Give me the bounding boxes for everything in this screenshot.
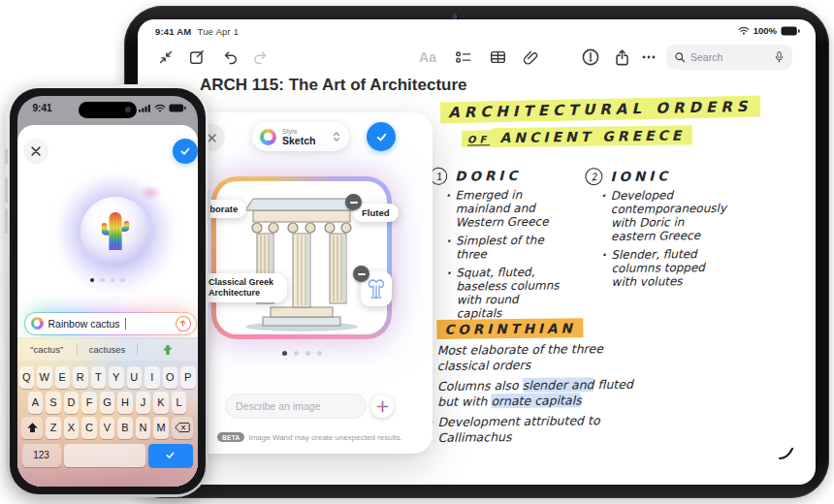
key-d[interactable]: D <box>64 392 80 414</box>
hw-section-heading: 2IONIC <box>585 166 816 186</box>
image-page-dots[interactable] <box>211 351 392 356</box>
hw-line: with volutes <box>611 273 816 289</box>
chevron-up-down-icon <box>332 130 341 143</box>
prompt-text: Rainbow cactus <box>48 318 120 330</box>
share-icon[interactable] <box>609 45 634 70</box>
apple-intelligence-icon <box>31 317 44 330</box>
describe-placeholder: Describe an image <box>236 400 321 412</box>
stage: 9:41 AMTue Apr 1 100% Aa <box>0 0 834 504</box>
key-x[interactable]: X <box>64 417 80 439</box>
genmoji-page-dots[interactable] <box>17 278 198 283</box>
key-b[interactable]: B <box>117 417 133 439</box>
hw-bullet: Emerged inmainland andWestern Greece <box>445 187 590 230</box>
describe-input[interactable]: Describe an image <box>225 394 367 419</box>
table-icon[interactable] <box>485 45 510 70</box>
checklist-icon[interactable] <box>450 45 475 70</box>
rainbow-cactus-image <box>97 209 134 254</box>
volume-up-button <box>5 177 8 203</box>
key-y[interactable]: Y <box>109 366 124 389</box>
done-check-button[interactable] <box>367 122 396 151</box>
done-check-button[interactable] <box>173 139 198 164</box>
attachment-icon[interactable] <box>518 45 543 70</box>
undo-icon[interactable] <box>217 45 242 70</box>
capital-sketch-icon <box>366 276 387 301</box>
suggestion-bar: “cactus” cactuses <box>17 339 198 361</box>
key-f[interactable]: F <box>81 392 97 414</box>
key-w[interactable]: W <box>37 366 52 389</box>
key-o[interactable]: O <box>163 366 178 389</box>
space-key[interactable] <box>64 444 145 467</box>
suggestion-cactuses[interactable]: cactuses <box>78 344 137 355</box>
genmoji-sheet: Rainbow cactus “cactus” cactuses <box>17 125 198 487</box>
describe-row: Describe an image <box>190 390 433 423</box>
keyboard-row-3: ZXCVBNM <box>22 417 193 439</box>
hw-line: with round <box>457 292 592 306</box>
hw-title-line2: OFANCIENT GREECE <box>462 127 693 145</box>
key-n[interactable]: N <box>136 417 151 439</box>
hw-title-line1: ARCHITECTURAL ORDERS <box>440 98 760 122</box>
submit-prompt-button[interactable] <box>176 316 191 331</box>
iphone-statusbar: 9:41 <box>17 96 198 123</box>
shift-key[interactable] <box>21 417 43 439</box>
hw-section-ionic: 2IONICDevelopedcontemporaneouslywith Dor… <box>585 166 816 295</box>
key-e[interactable]: E <box>55 366 71 389</box>
numbers-key[interactable]: 123 <box>22 444 61 467</box>
suggestion-quoted[interactable]: “cactus” <box>17 344 77 355</box>
style-selector[interactable]: Style Sketch <box>252 122 349 151</box>
ipad-status-icons: 100% <box>738 25 800 36</box>
chip-classical-greek[interactable]: Classical Greek Architecture <box>200 273 287 302</box>
key-m[interactable]: M <box>153 417 169 439</box>
iphone-time: 9:41 <box>33 103 52 113</box>
key-g[interactable]: G <box>100 392 115 414</box>
key-i[interactable]: I <box>144 366 160 389</box>
prompt-input[interactable]: Rainbow cactus <box>24 312 197 335</box>
more-icon[interactable] <box>636 45 661 70</box>
search-field[interactable]: Search <box>666 45 792 70</box>
key-p[interactable]: P <box>180 366 196 389</box>
key-k[interactable]: K <box>153 392 169 414</box>
key-z[interactable]: Z <box>46 417 61 439</box>
beta-disclaimer: BETA Image Wand may create unexpected re… <box>217 432 402 442</box>
key-a[interactable]: A <box>28 392 44 414</box>
key-u[interactable]: U <box>127 366 143 389</box>
keyboard-row-4: 123 <box>22 444 193 467</box>
image-playground-icon <box>260 129 276 145</box>
key-s[interactable]: S <box>46 392 61 414</box>
wifi-icon <box>738 26 750 35</box>
key-v[interactable]: V <box>100 417 115 439</box>
suggestion-cactus-emoji[interactable] <box>138 343 197 355</box>
key-r[interactable]: R <box>73 366 88 389</box>
collapse-icon[interactable] <box>153 45 178 70</box>
ipad-sensor <box>481 16 484 18</box>
key-h[interactable]: H <box>117 392 133 414</box>
key-q[interactable]: Q <box>19 366 35 389</box>
compose-icon[interactable] <box>184 45 209 70</box>
key-c[interactable]: C <box>81 417 97 439</box>
key-l[interactable]: L <box>172 392 187 414</box>
battery-percent: 100% <box>754 25 777 36</box>
return-key[interactable] <box>148 444 193 467</box>
hw-line: Callimachus <box>437 426 815 446</box>
hw-line: eastern Greece <box>611 228 816 243</box>
hw-bullet: Squat, fluted,baseless columnswith round… <box>446 265 592 321</box>
text-cursor <box>125 318 127 330</box>
hw-bullet: Columns also slender and flutedbut with … <box>428 375 815 410</box>
corner-swipe-indicator[interactable] <box>778 446 797 465</box>
remove-fluted-icon[interactable] <box>345 194 362 210</box>
backspace-key[interactable] <box>172 417 193 439</box>
dictation-icon[interactable] <box>774 50 785 64</box>
hw-section-heading: 1DORIC <box>430 166 590 185</box>
wifi-icon <box>154 104 166 112</box>
format-button[interactable]: Aa <box>415 45 440 70</box>
disclaimer-text: Image Wand may create unexpected results… <box>248 433 401 442</box>
iphone-screen: 9:41 <box>17 96 198 487</box>
key-t[interactable]: T <box>91 366 107 389</box>
remove-thumbnail-icon[interactable] <box>353 266 369 282</box>
hw-circled-number: 2 <box>584 167 603 186</box>
hw-line: baseless columns <box>456 278 591 293</box>
close-icon[interactable] <box>23 139 48 164</box>
markup-icon[interactable] <box>578 45 603 70</box>
add-suggestion-button[interactable] <box>370 394 394 418</box>
key-j[interactable]: J <box>136 392 151 414</box>
redo-icon[interactable] <box>247 45 273 70</box>
